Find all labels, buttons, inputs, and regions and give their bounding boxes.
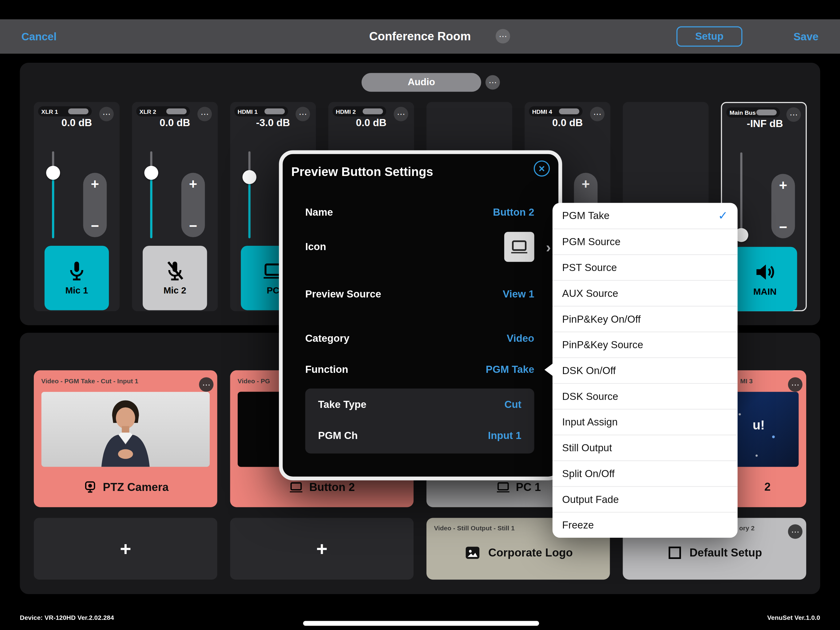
dropdown-item-output-fade[interactable]: Output Fade bbox=[553, 486, 737, 512]
dropdown-item-input-assign[interactable]: Input Assign bbox=[553, 409, 737, 435]
fader-thumb[interactable] bbox=[144, 166, 158, 180]
volume-stepper: + − bbox=[83, 173, 107, 237]
channel-strip-xlr2: XLR 2 ⋯ 0.0 dB + − Mic 2 bbox=[132, 102, 218, 311]
add-button-slot-2[interactable]: + bbox=[230, 518, 414, 580]
preview-button-ptz-camera[interactable]: Video - PGM Take - Cut - Input 1 ⋯ PTZ C… bbox=[34, 370, 217, 507]
dropdown-item-pgm-source[interactable]: PGM Source bbox=[553, 229, 737, 255]
function-dropdown: PGM Take ✓ PGM Source PST Source AUX Sou… bbox=[553, 203, 737, 538]
channel-label: XLR 1 bbox=[41, 108, 58, 115]
channel-label-pill: HDMI 2 bbox=[333, 106, 386, 116]
icon-row[interactable]: Icon bbox=[305, 232, 534, 262]
dropdown-item-label: Input Assign bbox=[562, 416, 618, 428]
mic2-channel-button-muted[interactable]: Mic 2 bbox=[143, 246, 207, 310]
dropdown-item-dsk-source[interactable]: DSK Source bbox=[553, 383, 737, 409]
volume-stepper: + − bbox=[182, 173, 205, 237]
function-value: PGM Take bbox=[486, 364, 534, 375]
card-title: 2 bbox=[764, 480, 771, 493]
volume-plus-button[interactable]: + bbox=[779, 178, 787, 192]
dropdown-item-label: Output Fade bbox=[562, 494, 619, 505]
dropdown-item-label: Split On/Off bbox=[562, 468, 615, 479]
volume-minus-button[interactable]: − bbox=[91, 219, 99, 233]
button-icon-preview bbox=[504, 232, 534, 262]
add-button-slot-1[interactable]: + bbox=[34, 518, 217, 580]
card-title: PTZ Camera bbox=[103, 481, 169, 494]
image-caption-fragment: u! bbox=[753, 418, 765, 432]
card-function-label: MI 3 bbox=[741, 377, 753, 385]
volume-plus-button[interactable]: + bbox=[189, 177, 197, 191]
dropdown-item-aux-source[interactable]: AUX Source bbox=[553, 280, 737, 306]
pgm-ch-row[interactable]: PGM Ch Input 1 bbox=[318, 429, 521, 442]
dropdown-item-label: DSK Source bbox=[562, 390, 618, 402]
channel-button-label: Mic 2 bbox=[164, 285, 186, 296]
channel-label: HDMI 4 bbox=[532, 108, 552, 115]
channel-db-value: -INF dB bbox=[722, 118, 808, 130]
preview-source-row[interactable]: Preview Source View 1 bbox=[305, 288, 534, 301]
dropdown-item-label: PinP&Key On/Off bbox=[562, 313, 641, 325]
channel-label: HDMI 1 bbox=[238, 108, 257, 115]
channel-button-label: MAIN bbox=[753, 287, 777, 298]
card-title-row: Corporate Logo bbox=[426, 538, 610, 567]
level-meter bbox=[559, 108, 579, 114]
channel-label-pill: HDMI 4 bbox=[529, 106, 583, 116]
dropdown-item-label: PinP&Key Source bbox=[562, 339, 643, 351]
image-icon bbox=[464, 544, 482, 562]
home-indicator[interactable] bbox=[303, 621, 539, 626]
fader-track[interactable] bbox=[741, 152, 742, 239]
title-more-icon[interactable]: ⋯ bbox=[496, 29, 510, 43]
dropdown-item-label: Still Output bbox=[562, 442, 612, 454]
name-row[interactable]: Name Button 2 bbox=[305, 206, 534, 219]
card-title-row: PTZ Camera bbox=[34, 476, 217, 499]
channel-db-value: 0.0 dB bbox=[34, 117, 120, 128]
card-more-icon[interactable]: ⋯ bbox=[788, 524, 802, 539]
take-type-row[interactable]: Take Type Cut bbox=[318, 398, 521, 411]
category-label: Category bbox=[305, 333, 350, 345]
card-more-icon[interactable]: ⋯ bbox=[788, 377, 802, 392]
dropdown-item-pinp-key-source[interactable]: PinP&Key Source bbox=[553, 332, 737, 358]
fader-fill bbox=[150, 173, 152, 238]
dropdown-item-pgm-take[interactable]: PGM Take ✓ bbox=[553, 203, 737, 229]
take-type-label: Take Type bbox=[318, 399, 366, 410]
channel-label-pill: XLR 1 bbox=[38, 106, 92, 116]
mic1-channel-button[interactable]: Mic 1 bbox=[44, 246, 109, 310]
dropdown-item-split-onoff[interactable]: Split On/Off bbox=[553, 461, 737, 486]
preview-source-value: View 1 bbox=[503, 288, 534, 300]
level-meter bbox=[363, 108, 383, 114]
level-meter bbox=[68, 108, 88, 114]
fader-thumb[interactable] bbox=[243, 170, 256, 184]
card-more-icon[interactable]: ⋯ bbox=[199, 377, 213, 392]
fader-thumb[interactable] bbox=[46, 166, 60, 180]
level-meter bbox=[756, 109, 777, 116]
dropdown-item-pinp-key-onoff[interactable]: PinP&Key On/Off bbox=[553, 306, 737, 332]
preview-source-label: Preview Source bbox=[305, 288, 381, 300]
card-function-label: Video - PGM Take - Cut - Input 1 bbox=[41, 377, 138, 385]
card-title: PC 1 bbox=[516, 481, 541, 494]
dropdown-item-still-output[interactable]: Still Output bbox=[553, 435, 737, 461]
audio-more-icon[interactable]: ⋯ bbox=[485, 75, 500, 90]
save-button[interactable]: Save bbox=[794, 19, 819, 54]
category-row[interactable]: Category Video bbox=[305, 332, 534, 345]
fader-fill bbox=[248, 177, 251, 238]
setup-button[interactable]: Setup bbox=[676, 26, 742, 46]
channel-label-pill: HDMI 1 bbox=[234, 106, 288, 116]
dropdown-item-pst-source[interactable]: PST Source bbox=[553, 255, 737, 280]
volume-plus-button[interactable]: + bbox=[582, 177, 590, 191]
channel-label-pill: XLR 2 bbox=[136, 106, 190, 116]
card-title-row: Default Setup bbox=[623, 538, 806, 567]
dropdown-item-freeze[interactable]: Freeze bbox=[553, 512, 737, 538]
screen: Cancel Conference Room ⋯ Setup Save Audi… bbox=[0, 0, 840, 630]
dropdown-item-label: PST Source bbox=[562, 261, 617, 273]
dropdown-item-dsk-onoff[interactable]: DSK On/Off bbox=[553, 358, 737, 383]
volume-minus-button[interactable]: − bbox=[779, 220, 787, 234]
card-function-label: Video - Still Output - Still 1 bbox=[434, 524, 515, 532]
function-row[interactable]: Function PGM Take bbox=[305, 363, 534, 376]
close-icon[interactable]: × bbox=[534, 161, 550, 177]
main-bus-button[interactable]: MAIN bbox=[733, 247, 797, 311]
dropdown-item-label: DSK On/Off bbox=[562, 364, 616, 376]
audio-section-pill[interactable]: Audio bbox=[362, 73, 481, 92]
fader-fill bbox=[52, 173, 54, 238]
volume-minus-button[interactable]: − bbox=[189, 219, 197, 233]
volume-plus-button[interactable]: + bbox=[91, 177, 99, 191]
card-title: Button 2 bbox=[309, 481, 355, 494]
plus-icon: + bbox=[120, 537, 131, 560]
ptz-camera-icon bbox=[82, 480, 98, 495]
